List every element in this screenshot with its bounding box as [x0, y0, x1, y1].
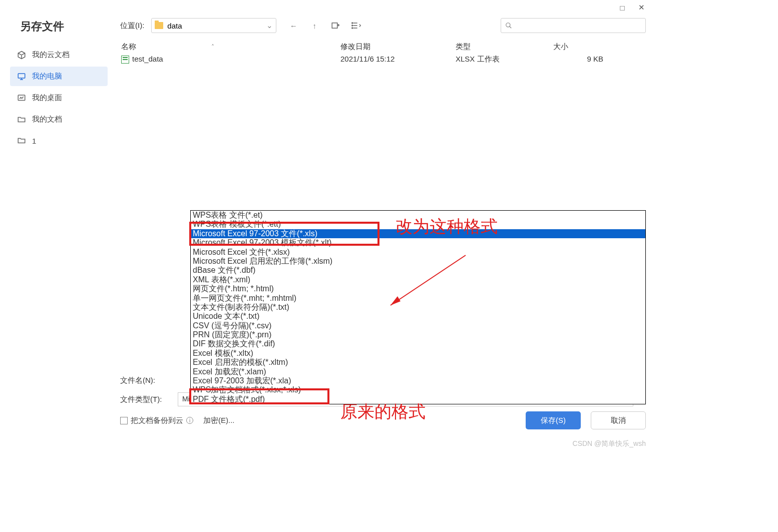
file-row[interactable]: test_data 2021/11/6 15:12 XLSX 工作表 9 KB	[120, 54, 646, 65]
filetype-option[interactable]: Excel 模板(*.xltx)	[191, 349, 645, 358]
filename-label: 文件名(N):	[120, 376, 173, 385]
back-icon[interactable]: ←	[288, 21, 298, 31]
sidebar-item-recent-1[interactable]: 1	[10, 131, 108, 150]
cancel-button[interactable]: 取消	[591, 411, 646, 429]
sort-asc-icon: ˄	[211, 44, 214, 51]
file-size: 9 KB	[553, 55, 613, 64]
window-controls: □ ✕	[618, 3, 646, 12]
annotation-arrow-icon	[380, 250, 471, 315]
sidebar-item-label: 我的云文档	[32, 50, 70, 60]
up-icon[interactable]: ↑	[309, 21, 319, 31]
svg-point-4	[352, 25, 353, 26]
filetype-option[interactable]: Excel 97-2003 加载宏(*.xla)	[191, 376, 645, 385]
sidebar-item-label: 1	[32, 137, 36, 145]
search-box[interactable]	[501, 18, 646, 33]
watermark: CSDN @简单快乐_wsh	[573, 439, 646, 448]
sidebar: 我的云文档 我的电脑 我的桌面 我的文档 1	[10, 45, 108, 152]
filetype-label: 文件类型(T):	[120, 395, 173, 404]
svg-point-3	[352, 23, 353, 24]
location-row: 位置(I): ⌄ ← ↑	[120, 15, 646, 36]
svg-rect-2	[332, 23, 338, 29]
new-folder-icon[interactable]	[330, 21, 340, 31]
filetype-option[interactable]: DIF 数据交换文件(*.dif)	[191, 339, 645, 348]
svg-marker-8	[391, 296, 401, 305]
sidebar-item-desktop[interactable]: 我的桌面	[10, 88, 108, 108]
folder-icon	[155, 22, 163, 29]
file-date: 2021/11/6 15:12	[340, 55, 456, 64]
annotation-box-top	[189, 222, 379, 246]
svg-line-7	[391, 255, 466, 305]
file-name: test_data	[132, 55, 163, 63]
col-name[interactable]: 名称˄	[120, 42, 340, 52]
svg-rect-0	[18, 74, 25, 78]
col-size[interactable]: 大小	[553, 42, 613, 52]
filetype-option[interactable]: PRN (固定宽度)(*.prn)	[191, 330, 645, 339]
location-combo[interactable]: ⌄	[151, 18, 276, 33]
sidebar-item-label: 我的文档	[32, 115, 62, 124]
chevron-down-icon[interactable]: ⌄	[266, 21, 273, 30]
folder-icon	[17, 136, 26, 145]
annotation-text-top: 改为这种格式	[396, 215, 498, 238]
view-list-icon[interactable]	[351, 21, 361, 31]
location-input[interactable]	[166, 21, 263, 31]
search-icon	[505, 22, 512, 29]
cube-icon	[17, 51, 26, 60]
backup-label: 把文档备份到云	[131, 416, 183, 425]
encrypt-button[interactable]: 加密(E)...	[203, 416, 235, 425]
annotation-box-bottom	[189, 388, 329, 404]
filetype-option[interactable]: Excel 启用宏的模板(*.xltm)	[191, 358, 645, 367]
sidebar-item-label: 我的桌面	[32, 93, 62, 103]
close-icon[interactable]: ✕	[637, 3, 646, 12]
sidebar-item-my-documents[interactable]: 我的文档	[10, 110, 108, 129]
xlsx-file-icon	[121, 56, 129, 64]
desktop-icon	[17, 94, 26, 103]
col-date[interactable]: 修改日期	[340, 42, 456, 52]
sidebar-item-cloud-docs[interactable]: 我的云文档	[10, 45, 108, 65]
nav-toolbar: ← ↑	[288, 21, 361, 31]
monitor-icon	[17, 72, 26, 81]
info-icon[interactable]: i	[186, 417, 193, 424]
sidebar-item-my-computer[interactable]: 我的电脑	[10, 67, 108, 86]
sidebar-item-label: 我的电脑	[32, 72, 62, 81]
col-type[interactable]: 类型	[456, 42, 553, 52]
filetype-option[interactable]: CSV (逗号分隔)(*.csv)	[191, 321, 645, 330]
annotation-text-bottom: 原来的格式	[340, 400, 426, 423]
save-button[interactable]: 保存(S)	[526, 411, 581, 429]
location-label: 位置(I):	[120, 21, 144, 31]
backup-to-cloud[interactable]: 把文档备份到云 i	[120, 416, 193, 425]
svg-point-5	[352, 28, 353, 29]
checkbox-icon[interactable]	[120, 417, 128, 424]
folder-icon	[17, 115, 26, 124]
svg-point-6	[506, 23, 510, 27]
dialog-title: 另存文件	[20, 19, 64, 34]
filename-row: 文件名(N):	[120, 376, 173, 385]
file-type: XLSX 工作表	[456, 55, 553, 64]
maximize-icon[interactable]: □	[618, 3, 627, 12]
column-headers: 名称˄ 修改日期 类型 大小	[120, 42, 646, 54]
filetype-option[interactable]: Excel 加载宏(*.xlam)	[191, 367, 645, 376]
